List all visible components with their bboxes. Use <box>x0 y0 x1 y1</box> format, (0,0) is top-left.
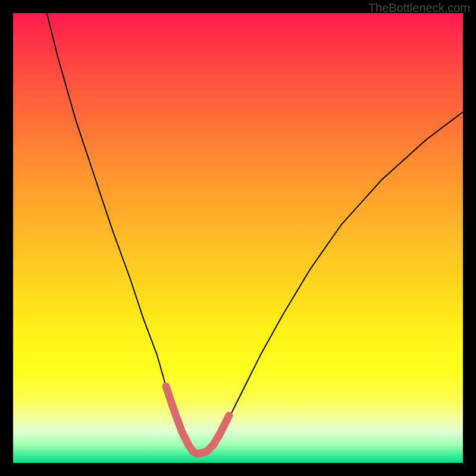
optimal-zone-highlight-path <box>166 387 229 454</box>
bottleneck-chart <box>13 13 463 463</box>
gradient-plot-area <box>13 13 463 463</box>
bottleneck-curve-path <box>47 13 463 454</box>
outer-frame: TheBottleneck.com <box>0 0 476 476</box>
